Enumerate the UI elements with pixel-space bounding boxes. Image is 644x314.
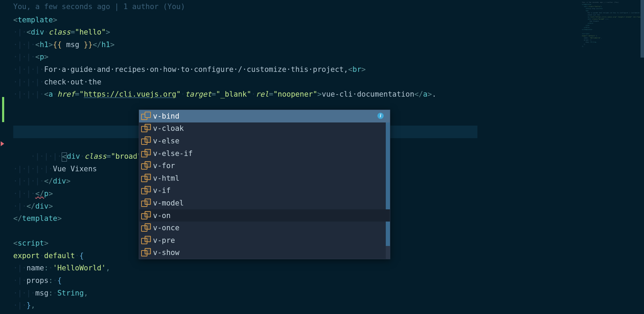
property-icon xyxy=(141,125,151,132)
autocomplete-item-v-model[interactable]: v-model xyxy=(139,197,390,209)
autocomplete-item-label: v-model xyxy=(153,199,388,207)
code-line[interactable]: ·|·props:·{ xyxy=(13,275,477,287)
minimap-viewport-slider[interactable] xyxy=(641,0,644,58)
property-icon xyxy=(141,137,151,145)
code-line[interactable]: ·|·|·|·For·a·guide·and·recipes·on·how·to… xyxy=(13,63,477,76)
property-icon xyxy=(141,212,151,219)
autocomplete-item-v-cloak[interactable]: v-cloak xyxy=(139,122,390,135)
code-line[interactable]: ·|·|·<h1>{{ msg }}</h1> xyxy=(13,39,477,51)
autocomplete-item-v-once[interactable]: v-once xyxy=(139,222,390,234)
autocomplete-item-label: v-for xyxy=(153,162,388,170)
property-icon xyxy=(141,249,151,256)
property-icon xyxy=(141,174,151,182)
code-line[interactable]: }; xyxy=(13,312,477,314)
autocomplete-item-v-for[interactable]: v-for xyxy=(139,159,390,172)
info-icon[interactable]: i xyxy=(377,113,384,119)
code-line[interactable]: ·|·|·|·check·out·the xyxy=(13,76,477,89)
property-icon xyxy=(141,112,151,120)
property-icon xyxy=(141,187,151,194)
code-line[interactable]: <template> xyxy=(13,14,477,27)
autocomplete-item-label: v-once xyxy=(153,224,388,232)
code-line[interactable]: ·|·|·|·<a·href="https://cli.vuejs.org"·t… xyxy=(13,88,477,101)
autocomplete-item-label: v-pre xyxy=(153,236,388,245)
autocomplete-item-label: v-if xyxy=(153,186,388,195)
code-line[interactable]: ·|·|·msg:·String, xyxy=(13,287,477,300)
property-icon xyxy=(141,224,151,232)
autocomplete-item-v-else-if[interactable]: v-else-if xyxy=(139,147,390,160)
code-line[interactable]: ·|·|·<p> xyxy=(13,51,477,63)
autocomplete-item-v-html[interactable]: v-html xyxy=(139,172,390,185)
code-line[interactable]: ·|·<div·class="hello"> xyxy=(13,26,477,39)
autocomplete-item-label: v-show xyxy=(153,248,388,257)
autocomplete-item-label: v-else xyxy=(153,137,388,145)
autocomplete-item-label: v-cloak xyxy=(153,124,388,133)
code-line[interactable]: ·|·}, xyxy=(13,299,477,312)
property-icon xyxy=(141,162,151,170)
autocomplete-popup[interactable]: v-bindiv-cloakv-elsev-else-ifv-forv-html… xyxy=(139,110,390,259)
autocomplete-item-label: v-bind xyxy=(153,112,388,120)
autocomplete-item-v-if[interactable]: v-if xyxy=(139,185,390,197)
autocomplete-item-label: v-on xyxy=(153,211,388,220)
autocomplete-item-v-else[interactable]: v-else xyxy=(139,135,390,147)
minimap[interactable]: You, a few seconds ago | 1 author (You) … xyxy=(582,1,641,57)
code-line[interactable]: ·|·name:·'HelloWorld', xyxy=(13,262,477,275)
autocomplete-item-label: v-html xyxy=(153,174,388,182)
property-icon xyxy=(141,150,151,157)
property-icon xyxy=(141,199,151,207)
autocomplete-item-label: v-else-if xyxy=(153,149,388,158)
gitlens-authorship[interactable]: You, a few seconds ago | 1 author (You) xyxy=(13,0,477,14)
autocomplete-item-v-show[interactable]: v-show xyxy=(139,247,390,259)
autocomplete-item-v-bind[interactable]: v-bindi xyxy=(139,110,390,122)
autocomplete-item-v-pre[interactable]: v-pre xyxy=(139,234,390,247)
autocomplete-item-v-on[interactable]: v-on xyxy=(139,209,390,222)
property-icon xyxy=(141,237,151,244)
